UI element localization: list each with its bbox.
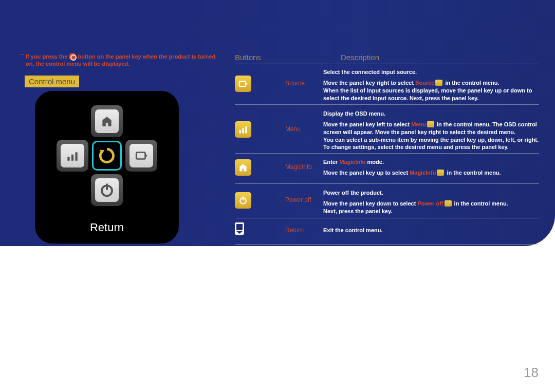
control-menu-heading: Control menu <box>25 76 79 87</box>
svg-rect-12 <box>236 224 243 230</box>
col-header-buttons: Buttons <box>235 53 261 62</box>
svg-rect-0 <box>67 157 69 161</box>
panel-key-icon <box>69 53 76 60</box>
divider <box>235 218 539 218</box>
divider <box>235 64 539 64</box>
intro-note: If you press the button on the panel key… <box>26 53 221 68</box>
dpad-right-source[interactable] <box>125 140 157 172</box>
magicinfo-label: MagicInfo <box>285 163 312 171</box>
magicinfo-icon <box>235 159 251 176</box>
svg-rect-5 <box>106 184 108 191</box>
svg-rect-3 <box>136 153 145 159</box>
svg-rect-7 <box>239 130 241 134</box>
svg-rect-2 <box>75 153 77 161</box>
return-icon <box>235 222 244 235</box>
col-header-description: Description <box>341 53 379 62</box>
poweroff-label: Power off <box>285 196 311 203</box>
magicinfo-mini-icon <box>437 170 444 176</box>
dpad-left-menu[interactable] <box>57 140 88 172</box>
divider <box>235 153 539 154</box>
svg-rect-8 <box>242 128 244 134</box>
menu-icon <box>235 121 251 138</box>
svg-rect-9 <box>245 126 247 133</box>
page-number: 18 <box>524 365 539 381</box>
source-icon <box>235 76 251 92</box>
divider <box>235 104 539 105</box>
device-selected-label: Return <box>35 221 179 234</box>
source-label: Source <box>285 80 305 87</box>
divider <box>235 183 539 184</box>
power-mini-icon <box>445 200 452 207</box>
return-label: Return <box>285 227 304 234</box>
svg-rect-11 <box>243 197 244 201</box>
power-icon <box>235 192 251 209</box>
menu-mini-icon <box>427 121 434 127</box>
dpad-up-magicinfo[interactable] <box>91 105 123 137</box>
dpad-center-return[interactable] <box>91 140 123 172</box>
svg-rect-1 <box>71 155 73 161</box>
menu-label: Menu <box>285 125 301 133</box>
source-mini-icon <box>435 80 442 86</box>
control-menu-device: Return <box>35 91 179 244</box>
svg-rect-6 <box>239 81 246 86</box>
divider <box>235 244 539 245</box>
dpad-down-power[interactable] <box>91 174 123 206</box>
